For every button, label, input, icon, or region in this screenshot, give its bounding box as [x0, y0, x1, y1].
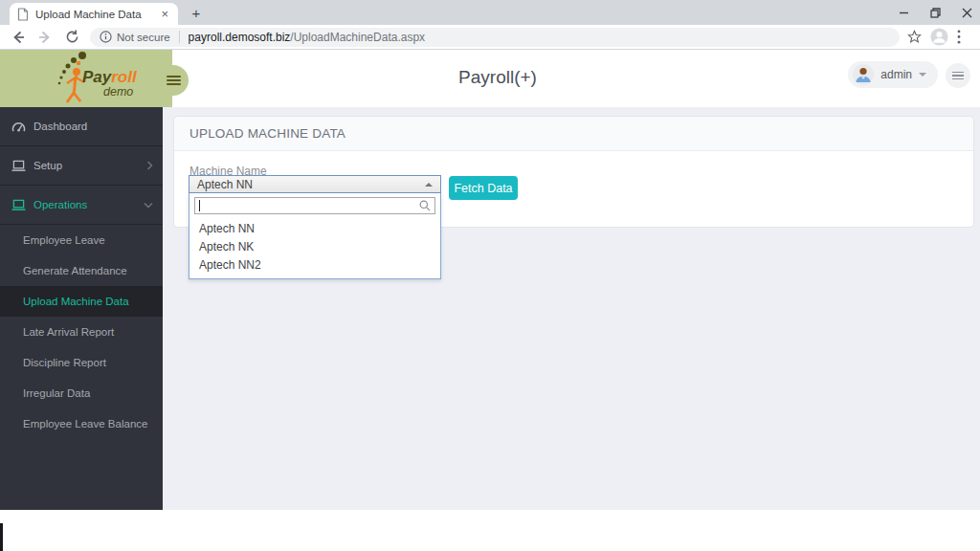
omnibox-divider — [179, 31, 180, 43]
sidebar-subitem-generate-attendance[interactable]: Generate Attendance — [0, 255, 163, 286]
sidebar-subitem-discipline-report[interactable]: Discipline Report — [0, 347, 163, 378]
option-aptech-nn[interactable]: Aptech NN — [189, 219, 440, 237]
menu-bars-icon — [952, 70, 964, 82]
machine-select-selection[interactable]: Aptech NN — [189, 175, 441, 193]
dropdown-search-input[interactable] — [194, 197, 435, 214]
tab-close-icon[interactable]: × — [159, 8, 170, 20]
url-text: payroll.demosoft.biz/UploadMachineData.a… — [189, 31, 425, 44]
address-bar[interactable]: Not secure payroll.demosoft.biz/UploadMa… — [90, 28, 900, 47]
chevron-up-icon — [425, 183, 433, 187]
security-chip[interactable]: Not secure — [100, 31, 170, 43]
sidebar-item-operations[interactable]: Operations — [0, 186, 163, 225]
back-icon[interactable] — [10, 29, 27, 46]
close-window-icon[interactable] — [962, 8, 972, 18]
page-favicon-icon — [17, 8, 29, 21]
url-domain: payroll.demosoft.biz — [189, 31, 291, 44]
sidebar-item-label: Operations — [33, 199, 144, 210]
machine-select-value: Aptech NN — [197, 178, 425, 191]
browser-tab[interactable]: Upload Machine Data × — [10, 3, 178, 25]
laptop-icon — [11, 160, 26, 172]
browser-titlebar: Upload Machine Data × + — [0, 0, 980, 25]
app-logo[interactable]: Payroll demo — [0, 50, 172, 107]
browser-profile-avatar[interactable] — [930, 28, 948, 46]
logo-wordmark: Payroll — [82, 69, 137, 85]
bookmark-star-icon[interactable] — [907, 30, 922, 44]
user-label: admin — [880, 68, 912, 81]
minimize-icon[interactable] — [899, 8, 909, 18]
bottom-left-sliver — [0, 523, 3, 551]
laptop-icon — [11, 199, 26, 211]
panel-title: UPLOAD MACHINE DATA — [189, 126, 345, 141]
chevron-right-icon — [146, 161, 153, 170]
user-avatar — [853, 64, 874, 85]
hamburger-icon — [167, 74, 181, 87]
sidebar-subitem-employee-leave-balance[interactable]: Employee Leave Balance — [0, 408, 163, 439]
reload-icon[interactable] — [63, 29, 80, 46]
sidebar-subitem-employee-leave[interactable]: Employee Leave — [0, 225, 163, 255]
browser-menu-dots-icon[interactable] — [957, 30, 961, 44]
chevron-down-icon — [144, 202, 153, 209]
text-cursor — [199, 200, 200, 211]
machine-name-select: Aptech NN Aptech NN — [189, 175, 441, 193]
sidebar-subitem-upload-machine-data[interactable]: Upload Machine Data — [0, 286, 163, 317]
sidebar-item-label: Dashboard — [33, 121, 153, 132]
url-path: /UploadMachineData.aspx — [290, 31, 425, 44]
option-aptech-nk[interactable]: Aptech NK — [189, 237, 440, 255]
search-icon — [419, 200, 431, 211]
sidebar-item-setup[interactable]: Setup — [0, 146, 163, 186]
panel-header: UPLOAD MACHINE DATA — [174, 117, 973, 151]
sidebar-subitem-irregular-data[interactable]: Irregular Data — [0, 378, 163, 408]
new-tab-button[interactable]: + — [188, 5, 205, 22]
upload-machine-data-panel: UPLOAD MACHINE DATA Machine Name Aptech … — [173, 116, 974, 228]
dashboard-gauge-icon — [11, 121, 26, 133]
user-menu[interactable]: admin — [848, 61, 938, 88]
sidebar-item-label: Setup — [33, 160, 146, 171]
fetch-data-button[interactable]: Fetch Data — [449, 176, 518, 200]
sidebar-item-dashboard[interactable]: Dashboard — [0, 107, 163, 146]
logo-demo-label: demo — [103, 85, 133, 99]
sidebar-subitem-late-arrival-report[interactable]: Late Arrival Report — [0, 317, 163, 347]
header-menu-button[interactable] — [946, 63, 970, 88]
restore-icon[interactable] — [930, 8, 941, 18]
chevron-down-icon — [919, 73, 926, 77]
dropdown-option-list: Aptech NN Aptech NK Aptech NN2 — [189, 216, 440, 278]
sidebar-toggle-button[interactable] — [158, 65, 189, 96]
page-title: Payroll(+) — [402, 67, 593, 88]
app-header: Payroll demo Payroll(+) admin — [0, 50, 980, 107]
machine-select-dropdown: Aptech NN Aptech NK Aptech NN2 — [189, 193, 441, 279]
main-content: UPLOAD MACHINE DATA Machine Name Aptech … — [163, 107, 980, 510]
security-label: Not secure — [117, 32, 170, 43]
forward-icon[interactable] — [36, 29, 54, 46]
sidebar-nav: Dashboard Setup Operations Employee Leav… — [0, 107, 163, 510]
tab-title: Upload Machine Data — [35, 9, 159, 20]
screen: Upload Machine Data × + Not secure payro… — [0, 0, 980, 551]
option-aptech-nn2[interactable]: Aptech NN2 — [189, 255, 440, 274]
browser-toolbar: Not secure payroll.demosoft.biz/UploadMa… — [0, 25, 980, 50]
page-bottom-area — [0, 510, 980, 551]
